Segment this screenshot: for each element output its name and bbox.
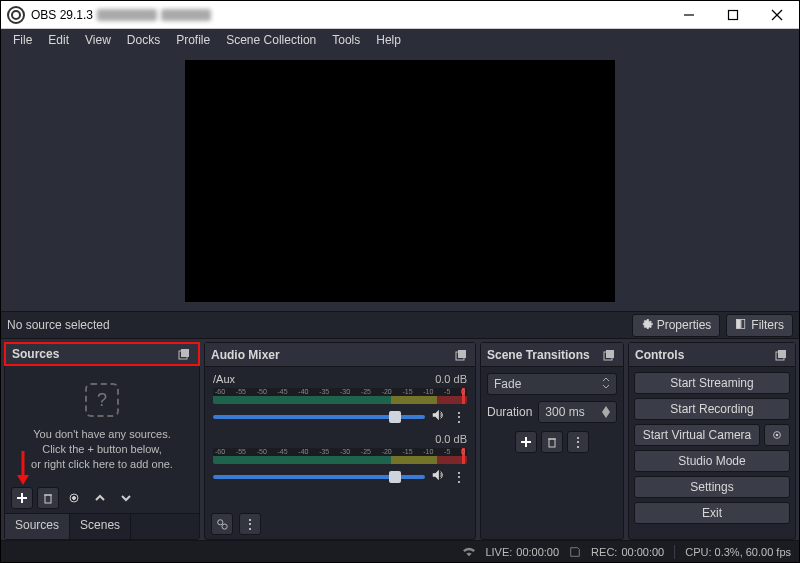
- properties-button[interactable]: Properties: [632, 314, 721, 337]
- move-down-button[interactable]: [115, 487, 137, 509]
- controls-body: Start Streaming Start Recording Start Vi…: [629, 367, 795, 539]
- question-icon: ?: [85, 383, 119, 417]
- window-buttons: [667, 1, 799, 29]
- minimize-button[interactable]: [667, 1, 711, 29]
- add-transition-button[interactable]: [515, 431, 537, 453]
- svg-rect-5: [741, 319, 745, 328]
- sources-popout-icon[interactable]: [176, 346, 192, 362]
- transition-value: Fade: [494, 377, 521, 391]
- cpu-status: CPU: 0.3%, 60.00 fps: [685, 546, 791, 558]
- app-window: OBS 29.1.3 File Edit View Docks Profile …: [0, 0, 800, 563]
- svg-rect-23: [606, 350, 614, 358]
- channel-1-name: /Aux: [213, 373, 235, 385]
- tab-scenes[interactable]: Scenes: [70, 514, 131, 539]
- mixer-channel-2: 0.0 dB -60-55-50-45-40-35-30-25-20-15-10…: [205, 427, 475, 487]
- menu-tools[interactable]: Tools: [324, 31, 368, 49]
- exit-button[interactable]: Exit: [634, 502, 790, 524]
- transition-select[interactable]: Fade: [487, 373, 617, 395]
- start-recording-button[interactable]: Start Recording: [634, 398, 790, 420]
- channel-2-meter: -60-55-50-45-40-35-30-25-20-15-10-50: [213, 448, 467, 464]
- menu-view[interactable]: View: [77, 31, 119, 49]
- studio-mode-button[interactable]: Studio Mode: [634, 450, 790, 472]
- mixer-header: Audio Mixer: [205, 343, 475, 367]
- advanced-audio-button[interactable]: [211, 513, 233, 535]
- preview-area: [1, 51, 799, 311]
- mixer-popout-icon[interactable]: [453, 347, 469, 363]
- menu-scene-collection[interactable]: Scene Collection: [218, 31, 324, 49]
- network-indicator: [463, 546, 475, 558]
- chevron-updown-icon: [602, 377, 610, 392]
- empty-line-1: You don't have any sources.: [13, 427, 191, 442]
- virtual-camera-settings-button[interactable]: [764, 424, 790, 446]
- sources-title: Sources: [12, 347, 59, 361]
- mixer-channel-1: /Aux 0.0 dB -60-55-50-45-40-35-30-25-20-…: [205, 367, 475, 427]
- controls-dock: Controls Start Streaming Start Recording…: [628, 342, 796, 540]
- menu-docks[interactable]: Docks: [119, 31, 168, 49]
- window-title: OBS 29.1.3: [31, 8, 93, 22]
- titlebar: OBS 29.1.3: [1, 1, 799, 29]
- transitions-popout-icon[interactable]: [601, 347, 617, 363]
- menu-profile[interactable]: Profile: [168, 31, 218, 49]
- transition-menu-button[interactable]: ⋮: [567, 431, 589, 453]
- channel-2-volume-slider[interactable]: [213, 475, 425, 479]
- svg-point-21: [222, 524, 227, 529]
- preview-canvas[interactable]: [185, 60, 615, 302]
- spinbox-icon[interactable]: [602, 406, 610, 418]
- empty-line-2: Click the + button below,: [13, 442, 191, 457]
- svg-marker-19: [433, 470, 439, 481]
- mixer-body: /Aux 0.0 dB -60-55-50-45-40-35-30-25-20-…: [205, 367, 475, 539]
- transitions-header: Scene Transitions: [481, 343, 623, 367]
- mixer-menu-button[interactable]: ⋮: [239, 513, 261, 535]
- sources-dock: Sources ? You don't have any sources. Cl…: [4, 342, 200, 540]
- svg-point-33: [776, 434, 779, 437]
- rec-status: REC: 00:00:00: [591, 546, 664, 558]
- channel-1-volume-slider[interactable]: [213, 415, 425, 419]
- channel-2-mute-button[interactable]: [431, 468, 445, 485]
- gear-icon: [641, 318, 653, 333]
- remove-transition-button[interactable]: [541, 431, 563, 453]
- live-status: LIVE: 00:00:00: [485, 546, 559, 558]
- move-up-button[interactable]: [89, 487, 111, 509]
- no-source-label: No source selected: [7, 318, 110, 332]
- settings-button[interactable]: Settings: [634, 476, 790, 498]
- svg-rect-4: [737, 319, 741, 328]
- add-source-button[interactable]: [11, 487, 33, 509]
- sources-tabs: Sources Scenes: [5, 513, 199, 539]
- sources-body[interactable]: ? You don't have any sources. Click the …: [5, 365, 199, 539]
- controls-header: Controls: [629, 343, 795, 367]
- svg-point-15: [73, 497, 76, 500]
- transitions-dock: Scene Transitions Fade Duration 300 ms: [480, 342, 624, 540]
- start-streaming-button[interactable]: Start Streaming: [634, 372, 790, 394]
- svg-rect-7: [181, 349, 189, 357]
- remove-source-button[interactable]: [37, 487, 59, 509]
- properties-label: Properties: [657, 318, 712, 332]
- menu-edit[interactable]: Edit: [40, 31, 77, 49]
- source-settings-button[interactable]: [63, 487, 85, 509]
- channel-1-mute-button[interactable]: [431, 408, 445, 425]
- svg-rect-12: [45, 495, 51, 503]
- empty-line-3: or right click here to add one.: [13, 457, 191, 472]
- sources-header: Sources: [4, 342, 200, 366]
- transitions-title: Scene Transitions: [487, 348, 590, 362]
- maximize-button[interactable]: [711, 1, 755, 29]
- svg-rect-28: [549, 439, 555, 447]
- source-status-row: No source selected Properties Filters: [1, 311, 799, 339]
- channel-2-menu-button[interactable]: ⋮: [451, 472, 467, 482]
- audio-mixer-dock: Audio Mixer /Aux 0.0 dB -60-55-50-45-40-…: [204, 342, 476, 540]
- controls-popout-icon[interactable]: [773, 347, 789, 363]
- menu-help[interactable]: Help: [368, 31, 409, 49]
- start-virtual-camera-button[interactable]: Start Virtual Camera: [634, 424, 760, 446]
- duration-value: 300 ms: [545, 405, 584, 419]
- close-button[interactable]: [755, 1, 799, 29]
- svg-marker-25: [602, 412, 610, 418]
- svg-rect-1: [729, 10, 738, 19]
- redacted-title-1: [97, 9, 157, 21]
- channel-1-menu-button[interactable]: ⋮: [451, 412, 467, 422]
- channel-1-db: 0.0 dB: [435, 373, 467, 385]
- annotation-arrow-icon: [15, 451, 31, 485]
- tab-sources[interactable]: Sources: [5, 514, 70, 539]
- menu-file[interactable]: File: [5, 31, 40, 49]
- filters-button[interactable]: Filters: [726, 314, 793, 337]
- disk-indicator: [569, 546, 581, 558]
- duration-input[interactable]: 300 ms: [538, 401, 617, 423]
